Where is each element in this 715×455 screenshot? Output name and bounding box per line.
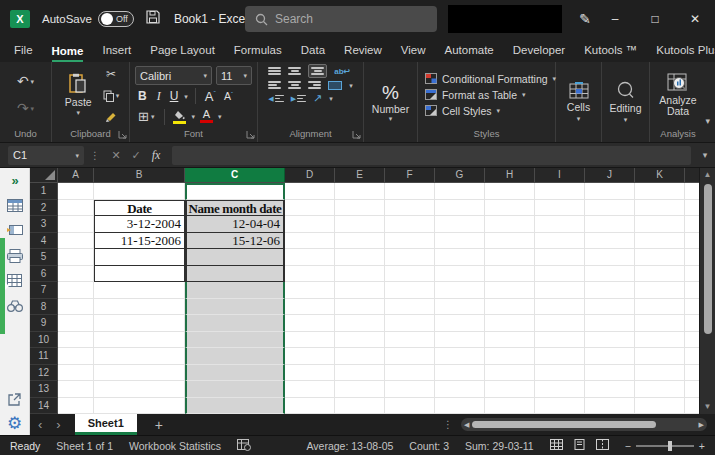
row-header-11[interactable]: 11 [30, 348, 58, 365]
cell-b2[interactable]: Date [94, 200, 185, 217]
cell-styles-button[interactable]: Cell Styles ▾ [425, 105, 500, 117]
collapse-ribbon-icon[interactable]: ▾ [705, 116, 710, 126]
cell-b12[interactable] [94, 365, 185, 382]
expand-formula-bar-icon[interactable]: ▾ [695, 150, 715, 160]
wrap-text-button[interactable]: ab↩ [334, 67, 350, 76]
tab-view[interactable]: View [401, 41, 426, 62]
name-box[interactable]: C1 ▾ [8, 146, 84, 165]
search-box[interactable]: Search [245, 6, 437, 32]
row-header-10[interactable]: 10 [30, 332, 58, 349]
status-average[interactable]: Average: 13-08-05 [307, 440, 394, 452]
row-header-12[interactable]: 12 [30, 365, 58, 382]
column-header-h[interactable]: H [485, 168, 535, 182]
formula-input[interactable] [172, 146, 691, 165]
decrease-indent-button[interactable]: ◀ [268, 94, 283, 104]
italic-button[interactable]: I [154, 89, 164, 104]
scroll-left-icon[interactable]: ◀ [464, 421, 469, 429]
tab-review[interactable]: Review [344, 41, 382, 62]
autosave-toggle[interactable]: Off [98, 11, 134, 27]
bold-button[interactable]: B [135, 89, 150, 103]
column-header-f[interactable]: F [385, 168, 435, 182]
page-layout-view-icon[interactable] [573, 439, 586, 452]
cell-a1[interactable] [58, 183, 94, 200]
zoom-out-icon[interactable]: − [625, 440, 631, 452]
minimize-button[interactable]: – [595, 0, 635, 38]
cell-b1[interactable] [94, 183, 185, 200]
column-header-d[interactable]: D [285, 168, 335, 182]
cell-c7[interactable] [185, 282, 285, 299]
scroll-up-icon[interactable]: ▲ [704, 168, 712, 182]
align-right-button[interactable] [308, 80, 321, 90]
row-header-7[interactable]: 7 [30, 282, 58, 299]
tab-home[interactable]: Home [52, 42, 84, 63]
status-count[interactable]: Count: 3 [409, 440, 449, 452]
cell-a12[interactable] [58, 365, 94, 382]
row-header-14[interactable]: 14 [30, 398, 58, 415]
expand-pane-icon[interactable]: » [11, 173, 17, 188]
cell-b6[interactable] [94, 266, 185, 283]
cell-b7[interactable] [94, 282, 185, 299]
tab-options-icon[interactable]: ⋮ [443, 419, 453, 430]
cell-b14[interactable] [94, 398, 185, 415]
copy-button[interactable]: ▾ [100, 88, 123, 104]
pane-icon[interactable] [6, 223, 23, 238]
row-header-6[interactable]: 6 [30, 266, 58, 283]
middle-align-button[interactable] [288, 66, 301, 76]
pane-handle[interactable] [0, 238, 5, 334]
font-color-button[interactable]: A [199, 110, 214, 123]
row-header-3[interactable]: 3 [30, 216, 58, 233]
clipboard-dialog-launcher-icon[interactable] [118, 130, 127, 139]
format-as-table-button[interactable]: Format as Table ▾ [425, 89, 526, 101]
tab-data[interactable]: Data [301, 41, 325, 62]
underline-button[interactable]: U [168, 89, 181, 103]
cell-c2[interactable]: Name month date [185, 200, 285, 217]
cell-a5[interactable] [58, 249, 94, 266]
row-header-13[interactable]: 13 [30, 381, 58, 398]
close-button[interactable]: ✕ [675, 0, 715, 38]
cell-b10[interactable] [94, 332, 185, 349]
horizontal-scroll-thumb[interactable] [472, 421, 655, 428]
select-all-corner[interactable] [30, 168, 58, 182]
merge-center-button[interactable] [328, 81, 342, 90]
vertical-scroll-thumb[interactable] [704, 184, 712, 334]
tab-insert[interactable]: Insert [102, 41, 131, 62]
row-header-5[interactable]: 5 [30, 249, 58, 266]
cell-c11[interactable] [185, 348, 285, 365]
row-header-4[interactable]: 4 [30, 233, 58, 250]
merge-dropdown-icon[interactable]: ▾ [349, 82, 353, 89]
font-color-dropdown-icon[interactable]: ▾ [218, 113, 222, 120]
scroll-right-icon[interactable]: ▶ [699, 421, 704, 429]
cell-c13[interactable] [185, 381, 285, 398]
cell-a2[interactable] [58, 200, 94, 217]
next-sheet-icon[interactable]: › [56, 418, 60, 431]
cut-button[interactable]: ✂ [100, 65, 123, 83]
binoculars-icon[interactable] [6, 298, 23, 313]
column-header-e[interactable]: E [335, 168, 385, 182]
cell-a9[interactable] [58, 315, 94, 332]
sheet-tab-sheet1[interactable]: Sheet1 [75, 414, 137, 435]
cell-c10[interactable] [185, 332, 285, 349]
cell-b9[interactable] [94, 315, 185, 332]
conditional-formatting-button[interactable]: Conditional Formatting ▾ [425, 73, 556, 85]
excel-app-icon[interactable]: X [10, 10, 30, 28]
tab-developer[interactable]: Developer [513, 41, 565, 62]
cell-a14[interactable] [58, 398, 94, 415]
format-painter-button[interactable] [100, 109, 123, 125]
add-sheet-icon[interactable]: + [155, 417, 163, 433]
accessibility-check-icon[interactable] [237, 439, 251, 453]
tab-file[interactable]: File [14, 41, 33, 62]
editing-button[interactable]: Editing ▾ [605, 81, 645, 123]
cell-c12[interactable] [185, 365, 285, 382]
cell-a13[interactable] [58, 381, 94, 398]
fill-color-dropdown-icon[interactable]: ▾ [191, 113, 195, 120]
cell-b3[interactable]: 3-12-2004 [94, 216, 185, 233]
prev-sheet-icon[interactable]: ‹ [38, 418, 42, 431]
increase-indent-button[interactable]: ▶ [291, 94, 306, 104]
cancel-icon[interactable]: ✕ [106, 149, 126, 162]
save-icon[interactable] [146, 10, 160, 28]
cell-c8[interactable] [185, 299, 285, 316]
row-header-1[interactable]: 1 [30, 183, 58, 200]
tab-page-layout[interactable]: Page Layout [150, 41, 215, 62]
cell-a8[interactable] [58, 299, 94, 316]
settings-gear-icon[interactable]: ⚙ [7, 415, 22, 432]
